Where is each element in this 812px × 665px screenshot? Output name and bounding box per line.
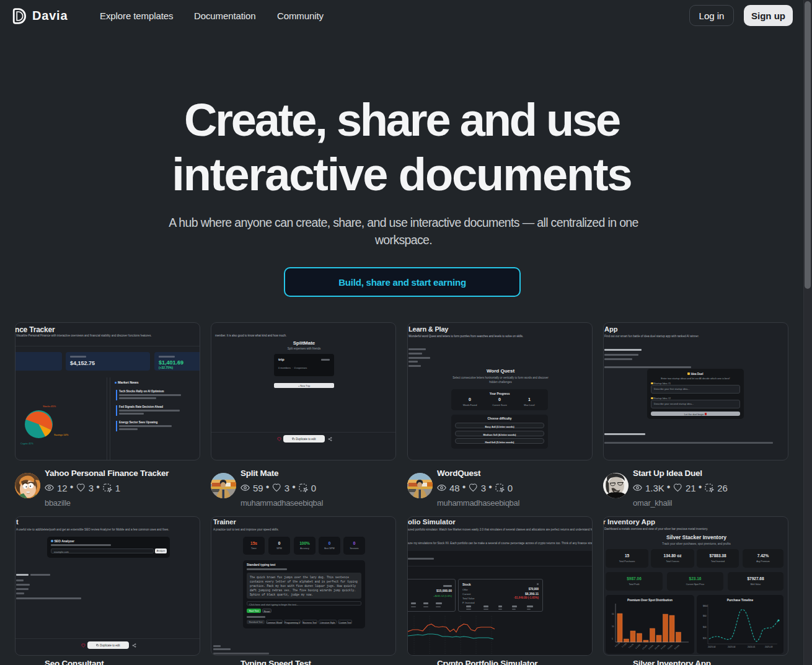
svg-text:2023-04: 2023-04 xyxy=(708,646,716,648)
svg-text:2.5-3%: 2.5-3% xyxy=(642,644,648,650)
svg-text:$800: $800 xyxy=(703,605,708,607)
svg-text:15: 15 xyxy=(612,613,614,615)
svg-text:1-1.5%: 1-1.5% xyxy=(621,642,627,648)
svg-text:$60: $60 xyxy=(703,615,707,617)
svg-text:5: 5 xyxy=(612,638,613,640)
svg-text:5-5.5%: 5-5.5% xyxy=(674,644,680,650)
svg-text:4-4.5%: 4-4.5% xyxy=(660,644,666,650)
svg-text:2025-03: 2025-03 xyxy=(765,646,773,648)
svg-text:0.5-1%: 0.5-1% xyxy=(614,641,620,647)
svg-text:4.5-5%: 4.5-5% xyxy=(667,644,673,650)
svg-text:$40: $40 xyxy=(703,626,707,628)
svg-text:3.5-4%: 3.5-4% xyxy=(654,644,660,650)
svg-text:2024-01: 2024-01 xyxy=(748,646,756,648)
svg-text:1.5-2%: 1.5-2% xyxy=(628,643,634,648)
svg-text:2023-04: 2023-04 xyxy=(728,646,736,648)
svg-text:10: 10 xyxy=(612,625,614,628)
svg-text:2-2.5%: 2-2.5% xyxy=(635,643,641,649)
svg-text:$20: $20 xyxy=(703,637,707,640)
svg-text:3-3.5%: 3-3.5% xyxy=(648,644,654,650)
